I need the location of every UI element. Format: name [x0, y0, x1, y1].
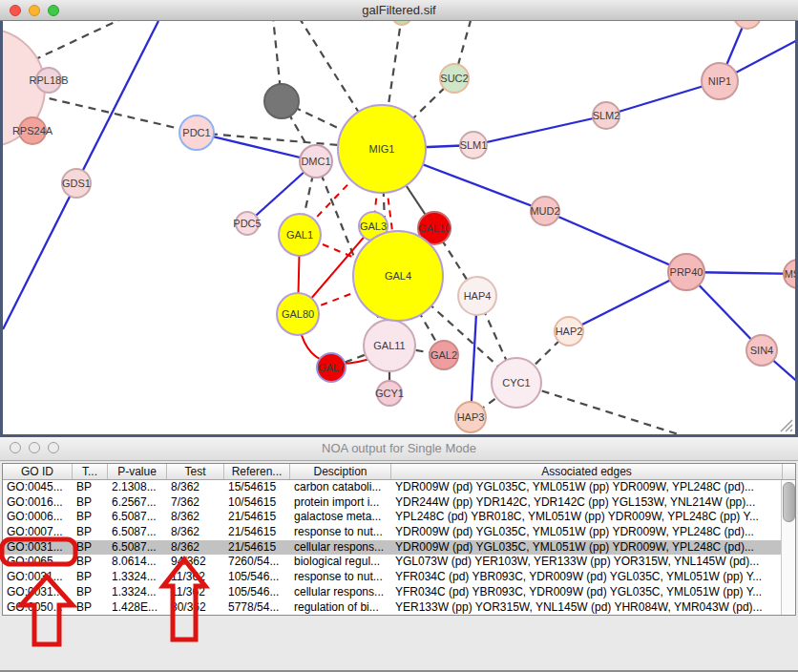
- table-cell: BP: [73, 510, 108, 525]
- column-header[interactable]: Test: [167, 464, 224, 479]
- table-cell: 1.3324...: [108, 585, 167, 600]
- table-cell: 6.5087...: [108, 540, 167, 556]
- graph-node[interactable]: [392, 21, 411, 25]
- table-row[interactable]: GO:0031...BP1.3324...11/362105/546...cel…: [3, 585, 795, 600]
- table-cell: carbon cataboli...: [290, 480, 391, 495]
- graph-node-GAL2[interactable]: GAL2: [430, 341, 458, 369]
- graph-node-CYC1[interactable]: CYC1: [492, 358, 541, 408]
- table-row[interactable]: GO:0031...BP6.5087...8/36221/54615cellul…: [3, 540, 795, 556]
- graph-node-label: SLM2: [593, 110, 620, 121]
- graph-node-GAL1[interactable]: GAL1: [279, 214, 321, 256]
- graph-node-SUC2[interactable]: SUC2: [440, 64, 469, 93]
- graph-node-SLM2[interactable]: SLM2: [593, 102, 620, 129]
- table-cell: GO:0016...: [3, 495, 73, 511]
- table-row[interactable]: GO:0007...BP6.5087...8/36221/54615respon…: [3, 525, 795, 540]
- graph-window-titlebar[interactable]: galFiltered.sif: [0, 0, 798, 21]
- graph-node-label: PDC1: [182, 127, 210, 138]
- table-cell: BP: [73, 600, 108, 616]
- graph-edge: [569, 272, 686, 331]
- table-cell: regulation of bi...: [290, 600, 391, 616]
- table-scrollbar[interactable]: [781, 480, 795, 615]
- table-cell: YFR034C (pd) YBR093C, YDR009W (pd) YGL03…: [391, 570, 783, 585]
- graph-node-label: HAP4: [464, 290, 492, 302]
- network-canvas[interactable]: RPL18BRPS24AGDS1PDC1DMC1SUC2SLM1SLM2NIP1…: [0, 21, 798, 437]
- column-header[interactable]: Referen...: [224, 464, 290, 479]
- graph-edge: [76, 21, 158, 183]
- table-row[interactable]: GO:0031...BP1.3324...11/362105/546...res…: [3, 570, 795, 585]
- table-cell: 8.0614...: [108, 555, 167, 570]
- graph-node-MSL1[interactable]: MSL1: [784, 260, 795, 288]
- table-row[interactable]: GO:0006...BP6.5087...8/36221/54615galact…: [3, 510, 795, 525]
- table-cell: BP: [73, 585, 108, 600]
- graph-node-GAL11[interactable]: GAL11: [364, 320, 415, 371]
- graph-node-GDS1[interactable]: GDS1: [62, 169, 91, 198]
- graph-node-GAL80[interactable]: GAL80: [277, 293, 319, 335]
- graph-node-SLM1[interactable]: SLM1: [460, 132, 488, 158]
- graph-node-label: MIG1: [369, 143, 395, 155]
- column-header[interactable]: P-value: [108, 464, 167, 479]
- table-row[interactable]: GO:0016...BP6.2567...7/36210/54615protei…: [3, 495, 795, 511]
- graph-node-HAP4[interactable]: HAP4: [458, 277, 496, 315]
- graph-node-label: MUD2: [530, 205, 559, 217]
- table-cell: GO:0031...: [3, 570, 73, 585]
- graph-node-PRP40[interactable]: PRP40: [668, 254, 704, 290]
- table-cell: 2.1308...: [108, 480, 167, 495]
- table-cell: 6.5087...: [108, 525, 167, 540]
- table-cell: 8/362: [167, 480, 224, 495]
- table-cell: 11/362: [167, 585, 224, 600]
- graph-edge: [36, 95, 197, 133]
- table-cell: BP: [73, 525, 108, 540]
- table-cell: 21/54615: [224, 525, 290, 540]
- graph-node-NIP1[interactable]: NIP1: [702, 63, 738, 99]
- noa-window-titlebar[interactable]: NOA output for Single Mode: [0, 437, 798, 461]
- resize-grip-icon[interactable]: [780, 419, 793, 432]
- table-row[interactable]: GO:0050...BP1.428E...80/3625778/54...reg…: [3, 600, 795, 616]
- table-body: GO:0045...BP2.1308...8/36215/54615carbon…: [3, 480, 795, 615]
- table-cell: 10/54615: [224, 495, 290, 511]
- graph-node-label: PRP40: [670, 266, 704, 278]
- graph-node-HAP2[interactable]: HAP2: [555, 317, 583, 346]
- graph-node-label: HAP2: [556, 326, 583, 337]
- graph-edge: [545, 211, 686, 272]
- table-cell: YDR009W (pd) YGL035C, YML051W (pp) YDR00…: [391, 525, 783, 540]
- table-cell: 1.3324...: [108, 570, 167, 585]
- column-header[interactable]: GO ID: [3, 464, 73, 479]
- graph-node-GAL4[interactable]: GAL4: [353, 231, 443, 321]
- table-cell: 7260/54...: [224, 555, 290, 570]
- graph-node-label: GAL4: [385, 270, 411, 282]
- graph-node-PDC1[interactable]: PDC1: [179, 116, 214, 150]
- graph-node[interactable]: [264, 84, 299, 118]
- graph-node-label: GCY1: [375, 388, 404, 399]
- table-cell: galactose meta...: [290, 510, 391, 525]
- graph-node-GAL7[interactable]: GAL7: [317, 353, 346, 382]
- graph-svg: RPL18BRPS24AGDS1PDC1DMC1SUC2SLM1SLM2NIP1…: [3, 21, 795, 434]
- column-header[interactable]: T...: [73, 464, 108, 479]
- table-cell: YFR034C (pd) YBR093C, YDR009W (pd) YGL03…: [391, 585, 783, 600]
- table-cell: 94/362: [167, 555, 224, 570]
- column-header[interactable]: Desciption: [290, 464, 391, 479]
- graph-node-label: GAL3: [360, 220, 387, 232]
- graph-window: galFiltered.sif RPL18BRPS24AGDS1PDC1DMC1…: [0, 0, 798, 437]
- table-cell: GO:0045...: [3, 480, 73, 495]
- graph-node-label: GAL1: [286, 229, 313, 241]
- graph-node-MUD2[interactable]: MUD2: [530, 197, 559, 225]
- graph-node-HAP3[interactable]: HAP3: [455, 402, 486, 432]
- table-row[interactable]: GO:0065...BP8.0614...94/3627260/54...bio…: [3, 555, 795, 570]
- graph-edge: [473, 116, 606, 145]
- graph-node-label: RPS24A: [12, 125, 53, 136]
- graph-node-GCY1[interactable]: GCY1: [375, 381, 404, 406]
- table-cell: BP: [73, 570, 108, 585]
- column-header[interactable]: Associated edges: [391, 464, 783, 479]
- graph-node-MIG1[interactable]: MIG1: [338, 105, 426, 193]
- table-row[interactable]: GO:0045...BP2.1308...8/36215/54615carbon…: [3, 480, 795, 495]
- table-cell: GO:0050...: [3, 600, 73, 616]
- graph-node-label: RPL18B: [30, 74, 69, 86]
- scrollbar-thumb[interactable]: [783, 482, 795, 522]
- table-cell: response to nut...: [290, 525, 391, 540]
- graph-node-DMC1[interactable]: DMC1: [300, 145, 332, 178]
- table-cell: YER133W (pp) YOR315W, YNL145W (pd) YHR08…: [391, 600, 783, 616]
- graph-node-SIN4[interactable]: SIN4: [746, 335, 777, 366]
- table-cell: cellular respons...: [290, 585, 391, 600]
- graph-node[interactable]: [734, 21, 761, 29]
- graph-edge: [516, 383, 684, 434]
